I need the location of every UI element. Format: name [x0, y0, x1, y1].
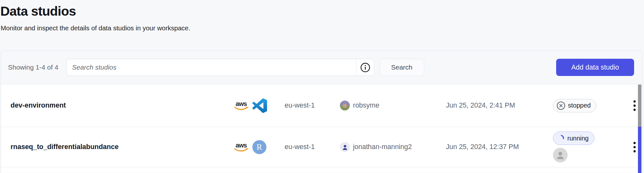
studio-region: eu-west-1 [285, 143, 340, 151]
studio-status: running [553, 132, 623, 162]
studio-name[interactable]: rnaseq_to_differentialabundance [1, 143, 233, 151]
svg-text:aws: aws [236, 100, 247, 107]
user-name: robsyme [353, 102, 379, 109]
svg-text:aws: aws [236, 142, 247, 149]
studio-name[interactable]: dev-environment [1, 102, 233, 109]
table-row[interactable]: dev-environment aws [1, 84, 642, 127]
scrollbar-thumb-accent[interactable] [638, 127, 641, 173]
showing-count: Showing 1-4 of 4 [8, 64, 58, 71]
status-label: stopped [568, 102, 591, 109]
user-name: jonathan-manning2 [353, 143, 412, 151]
x-circle-icon [556, 101, 565, 110]
next-row-partial [1, 167, 642, 173]
studios-panel: Showing 1-4 of 4 Search Add data studio … [1, 50, 642, 173]
add-data-studio-button[interactable]: Add data studio [556, 59, 634, 76]
studio-environment-icons: aws R [233, 140, 285, 154]
spinner-icon [556, 134, 565, 142]
toolbar: Showing 1-4 of 4 Search Add data studio [1, 51, 642, 84]
studio-user: jonathan-manning2 [340, 142, 446, 152]
status-badge: running [553, 132, 594, 145]
aws-icon: aws [233, 141, 249, 153]
status-label: running [567, 135, 589, 142]
search-input-group [66, 59, 374, 76]
studio-status: stopped [553, 99, 623, 112]
search-input[interactable] [66, 59, 356, 76]
studio-date: Jun 25, 2024, 2:41 PM [446, 102, 553, 109]
search-button[interactable]: Search [379, 59, 424, 76]
studio-region: eu-west-1 [285, 102, 340, 109]
vscode-icon [252, 98, 267, 113]
table-row[interactable]: rnaseq_to_differentialabundance aws R eu… [1, 127, 642, 167]
user-avatar [340, 142, 350, 152]
info-icon [360, 63, 370, 72]
status-badge: stopped [553, 99, 596, 112]
studio-user: robsyme [340, 101, 446, 110]
page-title: Data studios [0, 4, 76, 19]
studio-date: Jun 25, 2024, 12:37 PM [446, 143, 553, 151]
user-avatar [340, 101, 350, 110]
studios-table: dev-environment aws [1, 84, 642, 173]
scrollbar-thumb-gray[interactable] [638, 85, 641, 127]
rstudio-icon: R [252, 140, 266, 154]
studio-environment-icons: aws [233, 98, 285, 113]
search-info-addon[interactable] [356, 59, 374, 76]
aws-icon: aws [233, 100, 249, 111]
participant-avatar [553, 148, 568, 162]
page-subtitle: Monitor and inspect the details of data … [1, 24, 190, 32]
